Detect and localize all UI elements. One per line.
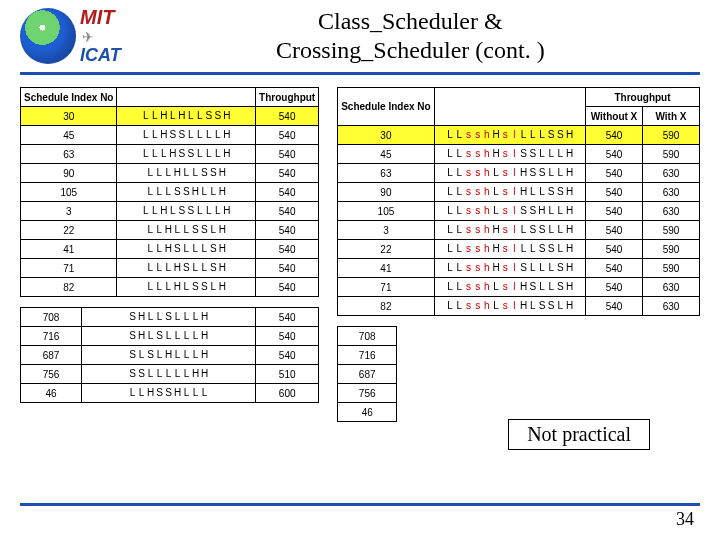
- cell-index: 90: [21, 164, 117, 183]
- cell-index: 46: [338, 403, 397, 422]
- table-row: 41 LLHSLLLSH 540: [21, 240, 319, 259]
- cell-index: 41: [338, 259, 434, 278]
- cell-without-x: 540: [586, 221, 643, 240]
- title-line-1: Class_Scheduler &: [318, 8, 503, 34]
- cell-index: 63: [21, 145, 117, 164]
- cell-seq: LLsshLslHLSSLH: [434, 297, 585, 316]
- cell-index: 45: [21, 126, 117, 145]
- page-title: Class_Scheduler & Crossing_Scheduler (co…: [121, 7, 700, 65]
- right-table-1: Schedule Index No Throughput Without X W…: [337, 87, 700, 316]
- left-table-1: Schedule Index No Throughput 30 LLHLHLLS…: [20, 87, 319, 297]
- cell-throughput: 540: [256, 164, 319, 183]
- cell-index: 708: [338, 327, 397, 346]
- table-row: 3 LLHLSSLLLH 540: [21, 202, 319, 221]
- cell-throughput: 510: [256, 365, 319, 384]
- cell-index: 30: [338, 126, 434, 145]
- cell-index: 756: [338, 384, 397, 403]
- table-row: 30 LLsshHslLLLSSH 540 590: [338, 126, 700, 145]
- cell-with-x: 630: [643, 297, 700, 316]
- table-row: 3 LLsshHslLSSLLH 540 590: [338, 221, 700, 240]
- cell-seq: LLsshHslSSLLLH: [434, 145, 585, 164]
- cell-index: 46: [21, 384, 82, 403]
- globe-icon: [20, 8, 76, 64]
- cell-seq: LLsshLslHLLSSH: [434, 183, 585, 202]
- table-row: 71 LLsshLslHSLLSH 540 630: [338, 278, 700, 297]
- cell-without-x: 540: [586, 164, 643, 183]
- cell-throughput: 540: [256, 259, 319, 278]
- cell-seq: SHLLSLLLH: [82, 308, 256, 327]
- cell-with-x: 630: [643, 164, 700, 183]
- cell-seq: SLSLHLLLH: [82, 346, 256, 365]
- cell-seq: LLsshHslSLLLSH: [434, 259, 585, 278]
- table-row: 41 LLsshHslSLLLSH 540 590: [338, 259, 700, 278]
- logo-text: MIT ✈ ICAT: [80, 6, 121, 66]
- plane-icon: ✈: [82, 30, 94, 45]
- cell-seq: LLLHSSLLLH: [117, 145, 256, 164]
- logo-mit: MIT: [80, 6, 121, 29]
- cell-seq: LLHSSHLLL: [82, 384, 256, 403]
- cell-throughput: 540: [256, 346, 319, 365]
- table-row: 30 LLHLHLLSSH 540: [21, 107, 319, 126]
- cell-seq: LLLHSLLSH: [117, 259, 256, 278]
- table-row: 90 LLsshLslHLLSSH 540 630: [338, 183, 700, 202]
- table-row: 105 LLLSSHLLH 540: [21, 183, 319, 202]
- table-row: 90 LLLHLLSSH 540: [21, 164, 319, 183]
- cell-seq: LLHSSLLLLH: [117, 126, 256, 145]
- table-row: 756 SSLLLLLHH 510: [21, 365, 319, 384]
- th-seq: [434, 88, 585, 126]
- table-row: 45 LLHSSLLLLH 540: [21, 126, 319, 145]
- cell-seq: LLsshLslHSSLLH: [434, 164, 585, 183]
- cell-without-x: 540: [586, 126, 643, 145]
- cell-throughput: 540: [256, 183, 319, 202]
- cell-index: 63: [338, 164, 434, 183]
- table-row: 687 SLSLHLLLH 540: [21, 346, 319, 365]
- table-row: 105 LLsshLslSSHLLH 540 630: [338, 202, 700, 221]
- cell-without-x: 540: [586, 240, 643, 259]
- cell-seq: LLLHLLSSH: [117, 164, 256, 183]
- cell-seq: SHLSLLLLH: [82, 327, 256, 346]
- table-row: 22 LLsshHslLLSSLH 540 590: [338, 240, 700, 259]
- table-header: Schedule Index No Throughput: [21, 88, 319, 107]
- cell-index: 3: [338, 221, 434, 240]
- cell-seq: LLLHLSSLH: [117, 278, 256, 297]
- cell-index: 71: [338, 278, 434, 297]
- cell-seq: SSLLLLLHH: [82, 365, 256, 384]
- cell-index: 708: [21, 308, 82, 327]
- cell-seq: LLsshHslLLSSLH: [434, 240, 585, 259]
- cell-without-x: 540: [586, 145, 643, 164]
- cell-throughput: 540: [256, 145, 319, 164]
- table-row: 63 LLLHSSLLLH 540: [21, 145, 319, 164]
- cell-with-x: 590: [643, 126, 700, 145]
- right-table-2: 70871668775646: [337, 326, 397, 422]
- cell-throughput: 600: [256, 384, 319, 403]
- cell-index: 30: [21, 107, 117, 126]
- cell-with-x: 590: [643, 145, 700, 164]
- left-table-2: 708 SHLLSLLLH 540716 SHLSLLLLH 540687 SL…: [20, 307, 319, 403]
- table-row: 63 LLsshLslHSSLLH 540 630: [338, 164, 700, 183]
- cell-with-x: 590: [643, 240, 700, 259]
- table-row: 46: [338, 403, 397, 422]
- cell-throughput: 540: [256, 107, 319, 126]
- header: MIT ✈ ICAT Class_Scheduler & Crossing_Sc…: [0, 0, 720, 70]
- cell-index: 71: [21, 259, 117, 278]
- cell-without-x: 540: [586, 183, 643, 202]
- header-rule: [20, 72, 700, 75]
- cell-seq: LLHSLLLSH: [117, 240, 256, 259]
- cell-throughput: 540: [256, 126, 319, 145]
- table-row: 687: [338, 365, 397, 384]
- logo: MIT ✈ ICAT: [20, 6, 121, 66]
- cell-with-x: 590: [643, 221, 700, 240]
- cell-index: 22: [21, 221, 117, 240]
- cell-throughput: 540: [256, 327, 319, 346]
- cell-index: 716: [21, 327, 82, 346]
- cell-seq: LLsshHslLLLSSH: [434, 126, 585, 145]
- table-row: 716: [338, 346, 397, 365]
- table-row: 756: [338, 384, 397, 403]
- cell-seq: LLsshLslHSLLSH: [434, 278, 585, 297]
- table-row: 71 LLLHSLLSH 540: [21, 259, 319, 278]
- cell-index: 82: [21, 278, 117, 297]
- cell-index: 105: [338, 202, 434, 221]
- cell-without-x: 540: [586, 202, 643, 221]
- logo-icat: ICAT: [80, 45, 121, 66]
- cell-throughput: 540: [256, 221, 319, 240]
